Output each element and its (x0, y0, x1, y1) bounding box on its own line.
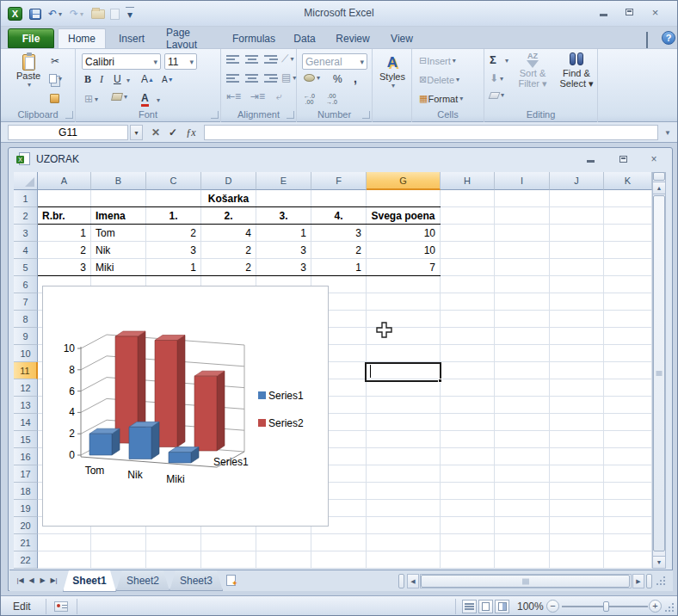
autosum-button[interactable]: Σ (490, 53, 496, 66)
cell-F2[interactable]: 4. (311, 207, 366, 225)
cell-C4[interactable]: 3 (146, 242, 200, 259)
row-header-7[interactable]: 7 (14, 293, 38, 311)
font-color-dropdown-arrow[interactable]: ▾ (157, 96, 160, 104)
file-tab[interactable]: File (8, 28, 54, 48)
fill-handle[interactable] (438, 379, 442, 383)
hscroll-split-handle[interactable] (646, 574, 652, 588)
decrease-decimal-icon[interactable]: .00 →.0 (326, 93, 337, 105)
minimize-button[interactable] (596, 6, 611, 18)
workbook-restore-button[interactable] (616, 154, 630, 164)
cell-A4[interactable]: 2 (38, 242, 90, 259)
workbook-minimize-button[interactable] (583, 154, 597, 164)
sort-filter-button[interactable]: AZ Sort & Filter ▾ (512, 52, 553, 89)
vertical-split-handle[interactable] (653, 172, 665, 181)
format-painter-icon[interactable] (50, 94, 59, 103)
column-header-D[interactable]: D (201, 172, 256, 190)
row-header-16[interactable]: 16 (14, 448, 38, 465)
fill-color-button[interactable]: ▾ (112, 93, 127, 101)
cell-A5[interactable]: 3 (38, 259, 90, 276)
next-sheet-nav-icon[interactable]: ▶ (37, 573, 48, 588)
cell-E4[interactable]: 3 (256, 242, 311, 259)
number-dialog-launcher[interactable] (362, 111, 370, 119)
fill-dropdown-arrow[interactable]: ▾ (124, 93, 127, 101)
fill-dropdown-arrow2[interactable]: ▾ (500, 75, 503, 83)
close-button[interactable]: × (648, 6, 663, 18)
last-sheet-nav-icon[interactable]: ▶| (48, 573, 59, 588)
row-header-19[interactable]: 19 (14, 500, 38, 517)
column-header-F[interactable]: F (311, 172, 367, 190)
zoom-level[interactable]: 100% (517, 601, 544, 613)
find-select-button[interactable]: Find & Select ▾ (557, 52, 596, 89)
clear-dropdown-arrow[interactable]: ▾ (501, 91, 504, 99)
expand-formula-bar-icon[interactable]: ▼ (662, 126, 674, 139)
column-header-A[interactable]: A (38, 172, 91, 190)
cell-D1[interactable]: Košarka (201, 190, 256, 207)
undo-dropdown-arrow[interactable]: ▾ (59, 10, 62, 18)
row-header-13[interactable]: 13 (14, 397, 38, 414)
cell-D5[interactable]: 2 (201, 259, 256, 276)
cell-E3[interactable]: 1 (256, 225, 311, 242)
row-header-9[interactable]: 9 (14, 328, 38, 345)
delete-cells-button[interactable]: ⊠ Delete▾ (419, 74, 459, 85)
font-size-arrow[interactable]: ▾ (189, 58, 194, 66)
column-header-C[interactable]: C (146, 172, 201, 190)
select-all-corner[interactable] (14, 172, 38, 190)
restore-button[interactable] (622, 6, 637, 18)
cell-A3[interactable]: 1 (38, 225, 90, 242)
cell-C2[interactable]: 1. (146, 207, 200, 225)
cell-B3[interactable]: Tom (91, 225, 145, 242)
row-header-3[interactable]: 3 (14, 225, 38, 242)
number-format-combo[interactable]: General▾ (302, 53, 367, 70)
grow-font-button[interactable]: A▲ (141, 73, 154, 85)
tab-view[interactable]: View (381, 28, 422, 48)
cell-E2[interactable]: 3. (256, 207, 311, 225)
font-size-combo[interactable]: 11▾ (164, 53, 197, 70)
cell-G4[interactable]: 10 (367, 242, 440, 259)
page-layout-view-icon[interactable] (478, 600, 493, 613)
row-header-2[interactable]: 2 (14, 207, 38, 225)
fill-button[interactable]: ⬇▾ (490, 72, 503, 84)
cell-E5[interactable]: 3 (256, 259, 311, 276)
cell-A2[interactable]: R.br. (38, 207, 90, 225)
number-format-arrow[interactable]: ▾ (360, 58, 364, 66)
excel-logo-icon[interactable]: X (8, 7, 22, 21)
horizontal-scroll-thumb[interactable] (421, 575, 630, 588)
sheet-tab-sheet3[interactable]: Sheet3 (170, 570, 223, 591)
sheet-tab-sheet1[interactable]: Sheet1 (63, 570, 116, 592)
cell-B4[interactable]: Nik (91, 242, 145, 259)
cell-F3[interactable]: 3 (311, 225, 366, 242)
workbook-resize-grip[interactable] (656, 576, 665, 585)
wrap-text-icon[interactable]: ⤶ (276, 90, 282, 102)
name-box-dropdown[interactable]: ▾ (130, 125, 143, 140)
increase-decimal-icon[interactable]: ←.0 .00 (304, 93, 315, 105)
scroll-up-arrow[interactable]: ▲ (652, 182, 666, 194)
row-header-11[interactable]: 11 (14, 362, 38, 379)
delete-dropdown-arrow[interactable]: ▾ (456, 76, 459, 83)
merge-dropdown-arrow[interactable]: ▾ (293, 74, 296, 82)
align-top-icon[interactable] (226, 55, 240, 64)
tab-data[interactable]: Data (285, 28, 324, 48)
undo-icon[interactable]: ↶▾ (48, 7, 62, 21)
redo-dropdown-arrow[interactable]: ▾ (80, 10, 83, 18)
autosum-dropdown-arrow[interactable]: ▾ (505, 57, 508, 65)
first-sheet-nav-icon[interactable]: |◀ (15, 573, 26, 588)
save-icon[interactable] (29, 7, 41, 21)
row-header-6[interactable]: 6 (14, 276, 38, 293)
cell-D3[interactable]: 4 (201, 225, 256, 242)
align-middle-icon[interactable] (245, 55, 259, 64)
column-header-B[interactable]: B (91, 172, 146, 190)
zoom-slider-thumb[interactable] (603, 601, 609, 612)
underline-dropdown-arrow[interactable]: ▾ (126, 77, 130, 84)
customize-qat-icon[interactable]: ▾ (126, 7, 134, 21)
row-header-4[interactable]: 4 (14, 242, 38, 259)
column-header-H[interactable]: H (441, 172, 495, 190)
styles-button[interactable]: A Styles ▾ (374, 54, 410, 89)
row-header-20[interactable]: 20 (14, 517, 38, 534)
cell-G2[interactable]: Svega poena (367, 207, 440, 225)
window-resize-grip[interactable] (665, 603, 674, 612)
column-header-G[interactable]: G (367, 172, 441, 190)
normal-view-icon[interactable] (462, 600, 477, 613)
cell-G5[interactable]: 7 (367, 259, 440, 276)
zoom-out-icon[interactable]: − (546, 600, 559, 613)
insert-function-button[interactable]: ƒx (183, 125, 199, 140)
